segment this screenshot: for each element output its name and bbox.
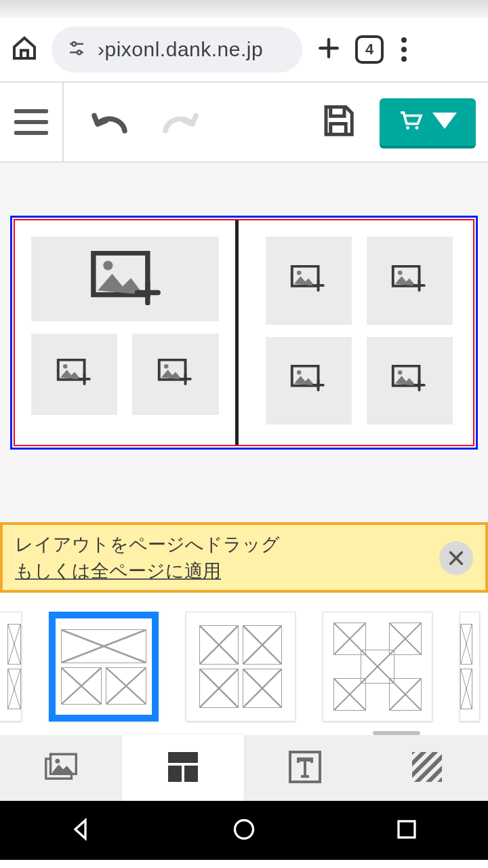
- add-image-icon: [56, 359, 93, 390]
- svg-rect-23: [184, 766, 198, 782]
- tab-backgrounds[interactable]: [366, 735, 488, 801]
- site-settings-icon[interactable]: [66, 38, 87, 61]
- tab-photos[interactable]: [0, 735, 122, 801]
- hint-apply-all-link[interactable]: もしくは全ページに適用: [15, 561, 221, 581]
- photo-slot[interactable]: [367, 337, 453, 425]
- svg-point-2: [406, 126, 409, 130]
- url-bar[interactable]: ›pixonl.dank.ne.jp: [52, 26, 302, 73]
- recent-icon[interactable]: [394, 817, 419, 844]
- tabs-button[interactable]: 4: [355, 35, 384, 64]
- editor-canvas[interactable]: [0, 163, 488, 522]
- hint-line1: レイアウトをページへドラッグ: [15, 534, 280, 555]
- new-tab-icon[interactable]: [316, 35, 342, 64]
- undo-icon[interactable]: [91, 104, 131, 140]
- cart-icon: [399, 111, 423, 134]
- photo-slot[interactable]: [31, 237, 219, 321]
- svg-rect-22: [168, 766, 182, 782]
- url-text: ›pixonl.dank.ne.jp: [98, 38, 263, 61]
- svg-point-0: [72, 42, 76, 46]
- save-icon[interactable]: [320, 102, 357, 142]
- svg-point-9: [164, 364, 168, 368]
- cart-button[interactable]: [380, 98, 476, 146]
- add-image-icon: [157, 359, 194, 390]
- menu-icon[interactable]: [397, 37, 411, 62]
- photo-slot[interactable]: [266, 337, 352, 425]
- add-image-icon: [391, 265, 428, 296]
- layouts-icon: [167, 751, 199, 786]
- layout-templates[interactable]: [0, 593, 488, 735]
- photo-slot[interactable]: [132, 334, 218, 415]
- close-icon[interactable]: [439, 541, 473, 575]
- photos-icon: [45, 751, 77, 786]
- svg-rect-28: [399, 821, 415, 837]
- layout-template-corners[interactable]: [323, 612, 432, 722]
- hamburger-menu-icon[interactable]: [0, 83, 64, 161]
- chevron-down-icon: [432, 111, 457, 134]
- page-spread[interactable]: [10, 216, 478, 450]
- svg-point-5: [104, 260, 113, 270]
- add-image-icon: [391, 365, 428, 396]
- tab-count-value: 4: [365, 41, 373, 58]
- photo-slot[interactable]: [367, 237, 453, 325]
- photo-slot[interactable]: [266, 237, 352, 325]
- back-icon[interactable]: [69, 817, 94, 844]
- add-image-icon: [290, 265, 327, 296]
- svg-point-15: [297, 370, 301, 374]
- svg-point-7: [63, 364, 67, 368]
- add-image-icon: [290, 365, 327, 396]
- home-icon[interactable]: [11, 35, 38, 64]
- system-nav-bar: [0, 801, 488, 860]
- layout-template-next[interactable]: [460, 612, 480, 722]
- svg-point-13: [398, 271, 402, 275]
- svg-point-20: [55, 759, 60, 764]
- add-image-icon: [89, 251, 161, 308]
- pattern-icon: [411, 751, 443, 786]
- hint-text: レイアウトをページへドラッグ もしくは全ページに適用: [15, 532, 280, 585]
- svg-rect-26: [412, 752, 442, 782]
- photo-slot[interactable]: [31, 334, 117, 415]
- tab-text[interactable]: [244, 735, 366, 801]
- tab-layouts[interactable]: [122, 735, 244, 801]
- layout-template-grid2x2[interactable]: [186, 612, 296, 722]
- device-status-bar: [0, 0, 488, 18]
- home-circle-icon[interactable]: [232, 817, 256, 844]
- redo-icon: [159, 104, 199, 140]
- svg-point-11: [297, 271, 301, 275]
- svg-point-3: [415, 126, 419, 130]
- browser-bar: ›pixonl.dank.ne.jp 4: [0, 18, 488, 81]
- hint-banner: レイアウトをページへドラッグ もしくは全ページに適用: [0, 522, 488, 593]
- editor-toolbar: [0, 83, 488, 161]
- svg-point-27: [235, 820, 253, 838]
- layout-template-featured[interactable]: [49, 612, 159, 722]
- layout-template-prev[interactable]: [0, 612, 22, 722]
- text-icon: [289, 751, 321, 786]
- svg-point-17: [398, 370, 402, 374]
- svg-rect-21: [168, 752, 198, 763]
- right-page[interactable]: [239, 220, 474, 445]
- tool-tabs: [0, 735, 488, 801]
- left-page[interactable]: [15, 220, 239, 445]
- svg-point-1: [77, 50, 81, 54]
- scroll-indicator: [373, 731, 420, 735]
